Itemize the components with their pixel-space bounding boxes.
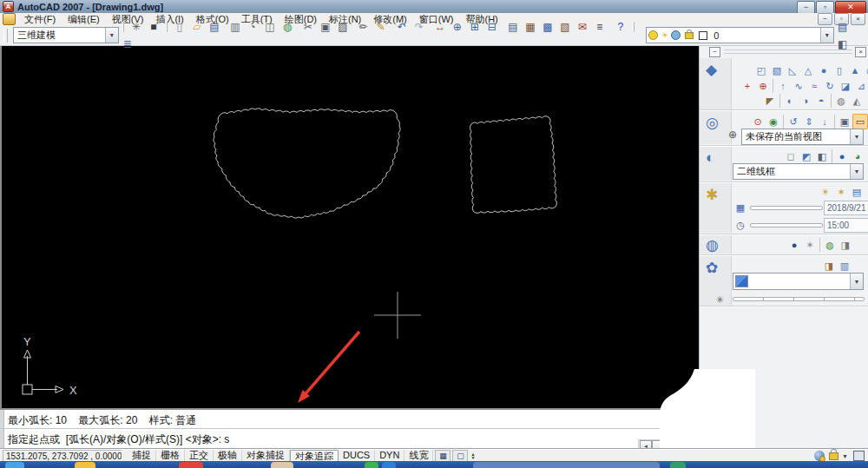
- help-icon[interactable]: ?: [612, 18, 629, 36]
- maximize-button[interactable]: ▫: [816, 1, 834, 14]
- toolbar-grip[interactable]: [633, 22, 635, 32]
- clock-icon[interactable]: ◷: [733, 217, 748, 233]
- palette-minimize-button[interactable]: −: [709, 47, 720, 57]
- polysolid-icon[interactable]: ◰: [753, 63, 769, 78]
- view-dropdown[interactable]: 未保存的当前视图 ▾: [741, 129, 864, 145]
- 3d-align-icon[interactable]: ⊿: [853, 78, 868, 94]
- paper-space-icon[interactable]: ▢: [452, 450, 468, 462]
- wedge-icon[interactable]: ◺: [785, 63, 800, 78]
- sun-status-icon[interactable]: ☀: [818, 184, 833, 200]
- intersect-icon[interactable]: ◓: [813, 93, 829, 109]
- zoom-previous-icon[interactable]: ⊟: [483, 18, 501, 36]
- zoom-realtime-icon[interactable]: ⊕: [449, 18, 466, 36]
- toolbar-grip[interactable]: [3, 29, 8, 43]
- properties-icon[interactable]: ▤: [504, 18, 522, 36]
- sheetset-manager-icon[interactable]: ▧: [556, 18, 574, 36]
- redo-icon[interactable]: ↷: [411, 18, 428, 36]
- time-value[interactable]: 15:00: [824, 218, 868, 233]
- status-toggle-捕捉[interactable]: 捕捉: [128, 450, 156, 461]
- coordinate-readout[interactable]: 1531.2075, 273.7092 , 0.0000: [3, 450, 122, 462]
- 3d-rotate-icon[interactable]: ⊕: [755, 78, 771, 94]
- match-properties-icon[interactable]: ✎: [372, 18, 390, 36]
- torus-icon[interactable]: ◎: [863, 63, 868, 78]
- new-file-icon[interactable]: ▯: [171, 18, 188, 36]
- markup-icon[interactable]: ✉: [574, 18, 591, 36]
- quickcalc-icon[interactable]: ≡: [591, 18, 608, 36]
- pyramid-icon[interactable]: ▲: [847, 63, 863, 78]
- pencil-icon[interactable]: ✏: [355, 18, 372, 36]
- copy-icon[interactable]: ▣: [317, 18, 334, 36]
- status-toggle-DUCS[interactable]: DUCS: [339, 450, 375, 461]
- layer-states-icon[interactable]: ◧: [834, 36, 852, 53]
- doc-minimize-button[interactable]: −: [818, 13, 832, 25]
- view-sync-icon[interactable]: ⊕: [728, 129, 737, 141]
- revolve-icon[interactable]: ↻: [822, 78, 838, 94]
- render-env-icon[interactable]: ◍: [822, 237, 838, 253]
- status-toggle-正交[interactable]: 正交: [185, 450, 214, 461]
- publish-icon[interactable]: ◫: [261, 18, 279, 36]
- render-settings-icon[interactable]: ✶: [802, 237, 818, 253]
- swivel-icon[interactable]: ↺: [786, 114, 801, 129]
- convert-to-solid-icon[interactable]: ◤: [762, 93, 778, 109]
- sky-icon[interactable]: ✶: [833, 184, 849, 200]
- layer-dropdown[interactable]: ☀ 0 ▾: [646, 27, 833, 43]
- command-window[interactable]: 最小弧长: 10 最大弧长: 20 样式: 普通 指定起点或 [弧长(A)/对象…: [0, 408, 699, 451]
- save-icon[interactable]: ▤: [206, 18, 223, 36]
- chevron-down-icon[interactable]: ▾: [850, 164, 863, 179]
- plot-icon[interactable]: ▥: [227, 18, 244, 36]
- communication-center-icon[interactable]: [814, 451, 825, 461]
- undo-icon[interactable]: ↶: [393, 18, 411, 36]
- cut-icon[interactable]: ✂: [299, 18, 317, 36]
- minimize-button[interactable]: −: [797, 1, 815, 14]
- chevron-down-icon[interactable]: ▾: [105, 28, 118, 43]
- interfere-icon[interactable]: ◍: [833, 93, 849, 109]
- pan-icon[interactable]: ↔: [431, 18, 449, 36]
- zoom-window-icon[interactable]: ⊞: [466, 18, 483, 36]
- realistic-icon[interactable]: ●: [834, 148, 850, 164]
- visual-style-panel-icon[interactable]: ◐: [706, 149, 714, 167]
- chevron-down-icon[interactable]: ▾: [850, 129, 863, 144]
- visual-style-dropdown[interactable]: 二维线框 ▾: [733, 163, 864, 180]
- materials-icon[interactable]: ◨: [821, 258, 837, 274]
- status-toggle-线宽[interactable]: 线宽: [404, 450, 433, 461]
- slice-icon[interactable]: ◪: [838, 78, 853, 94]
- status-spinner[interactable]: ▲▼: [470, 452, 475, 460]
- conceptual-icon[interactable]: ◕: [850, 148, 865, 164]
- chevron-down-icon[interactable]: ▼: [842, 453, 848, 459]
- layers-icon[interactable]: ≣: [119, 36, 136, 53]
- open-file-icon[interactable]: ▱: [188, 18, 206, 36]
- adjust-distance-icon[interactable]: ⇕: [801, 114, 817, 129]
- my-workspace-icon[interactable]: ■: [145, 18, 162, 36]
- walk-icon[interactable]: ↓: [817, 114, 832, 129]
- command-grip[interactable]: [0, 410, 4, 451]
- lock-icon[interactable]: [829, 452, 838, 460]
- status-toggle-栅格[interactable]: 栅格: [156, 450, 185, 461]
- slice-plane-icon[interactable]: ◭: [849, 93, 865, 109]
- light-panel-icon[interactable]: ✱: [706, 186, 718, 204]
- cone-icon[interactable]: △: [800, 63, 816, 78]
- union-icon[interactable]: ◐: [782, 93, 798, 109]
- drawing-canvas[interactable]: YX: [0, 45, 700, 408]
- toolbar-grip[interactable]: [166, 22, 168, 32]
- subtract-icon[interactable]: ◑: [798, 93, 813, 109]
- workspace-settings-icon[interactable]: ✳: [128, 18, 145, 36]
- chevron-down-icon[interactable]: ▾: [850, 274, 863, 289]
- layer-properties-icon[interactable]: ▤: [834, 18, 852, 36]
- file-menu-icon[interactable]: [3, 13, 16, 25]
- paste-icon[interactable]: ▨: [334, 18, 352, 36]
- calendar-icon[interactable]: ▦: [733, 200, 748, 215]
- render-quality-slider[interactable]: [733, 297, 865, 301]
- render-presets-icon[interactable]: ▥: [837, 258, 852, 274]
- status-toggle-极轴[interactable]: 极轴: [214, 450, 242, 461]
- render-panel-icon[interactable]: ◍: [706, 236, 719, 254]
- 3d-navigate-panel-icon[interactable]: ◎: [706, 114, 719, 132]
- plot-preview-icon[interactable]: ◔: [244, 18, 261, 36]
- time-slider[interactable]: [750, 223, 823, 227]
- cylinder-icon[interactable]: ▯: [832, 63, 847, 78]
- toolbar-grip[interactable]: [122, 22, 124, 32]
- chevron-down-icon[interactable]: ▾: [820, 28, 833, 43]
- layer-color-swatch[interactable]: [699, 31, 707, 40]
- clean-screen-icon[interactable]: [853, 451, 865, 461]
- sphere-icon[interactable]: ●: [816, 63, 832, 78]
- date-slider[interactable]: [750, 206, 823, 210]
